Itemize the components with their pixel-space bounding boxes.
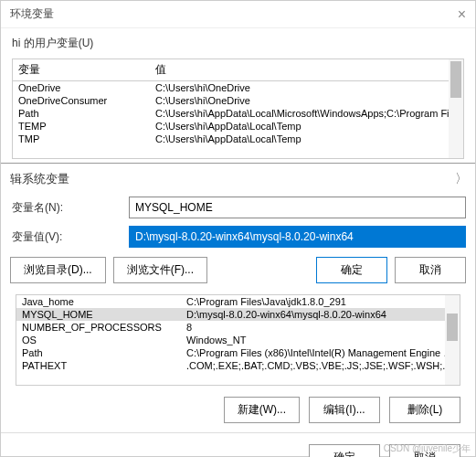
scroll-thumb[interactable] [450, 61, 461, 98]
table-row[interactable]: OSWindows_NT [16, 334, 460, 346]
var-value-row: 变量值(V): [10, 226, 466, 248]
col-header-name[interactable]: 变量 [13, 62, 150, 78]
scrollbar[interactable] [445, 295, 460, 385]
var-name-row: 变量名(N): [10, 197, 466, 218]
col-header-value[interactable]: 值 [150, 62, 463, 78]
sys-vars-buttons: 新建(W)... 编辑(I)... 删除(L) [1, 391, 475, 429]
browse-file-button[interactable]: 浏览文件(F)... [113, 257, 207, 283]
var-name-label: 变量名(N): [10, 200, 129, 216]
edit-button[interactable]: 编辑(I)... [309, 397, 380, 423]
table-row[interactable]: TEMPC:\Users\hi\AppData\Local\Temp [13, 120, 463, 133]
table-row[interactable]: Java_homeC:\Program Files\Java\jdk1.8.0_… [16, 295, 460, 308]
chevron-right-icon[interactable]: 〉 [455, 171, 468, 187]
table-row[interactable]: NUMBER_OF_PROCESSORS8 [16, 321, 460, 334]
table-row[interactable]: TMPC:\Users\hi\AppData\Local\Temp [13, 133, 463, 145]
table-row[interactable]: OneDriveConsumerC:\Users\hi\OneDrive [13, 94, 463, 107]
edit-ok-button[interactable]: 确定 [316, 257, 387, 283]
scroll-thumb[interactable] [447, 314, 458, 341]
var-name-input[interactable] [129, 197, 466, 218]
table-row[interactable]: PathC:\Program Files (x86)\Intel\Intel(R… [16, 346, 460, 359]
edit-cancel-button[interactable]: 取消 [395, 257, 466, 283]
scrollbar[interactable] [449, 59, 463, 158]
watermark: CSDN @juvenile少年 [384, 442, 471, 455]
browse-dir-button[interactable]: 浏览目录(D)... [10, 257, 106, 283]
table-row[interactable]: MYSQL_HOMED:\mysql-8.0.20-winx64\mysql-8… [16, 308, 460, 321]
table-row[interactable]: OneDriveC:\Users\hi\OneDrive [13, 81, 463, 94]
env-vars-dialog: 环境变量 × hi 的用户变量(U) 变量 值 OneDriveC:\Users… [0, 0, 476, 457]
ok-button[interactable]: 确定 [309, 444, 380, 457]
table-row[interactable]: PathC:\Users\hi\AppData\Local\Microsoft\… [13, 107, 463, 120]
delete-button[interactable]: 删除(L) [389, 397, 460, 423]
table-row[interactable]: PATHEXT.COM;.EXE;.BAT;.CMD;.VBS;.VBE;.JS… [16, 359, 460, 372]
titlebar: 环境变量 × [1, 1, 475, 28]
var-value-label: 变量值(V): [10, 229, 129, 245]
new-button[interactable]: 新建(W)... [224, 397, 300, 423]
table-header: 变量 值 [13, 59, 463, 81]
dialog-title: 环境变量 [10, 6, 54, 22]
edit-title: 辑系统变量 [10, 171, 466, 187]
var-value-input[interactable] [129, 226, 466, 248]
user-vars-table[interactable]: 变量 值 OneDriveC:\Users\hi\OneDrive OneDri… [12, 58, 464, 159]
edit-buttons: 浏览目录(D)... 浏览文件(F)... 确定 取消 [10, 257, 466, 283]
close-icon[interactable]: × [458, 6, 466, 23]
edit-sys-var-section: 辑系统变量 〉 变量名(N): 变量值(V): 浏览目录(D)... 浏览文件(… [1, 163, 475, 294]
user-vars-label: hi 的用户变量(U) [1, 28, 475, 55]
system-vars-table[interactable]: Java_homeC:\Program Files\Java\jdk1.8.0_… [16, 294, 460, 386]
